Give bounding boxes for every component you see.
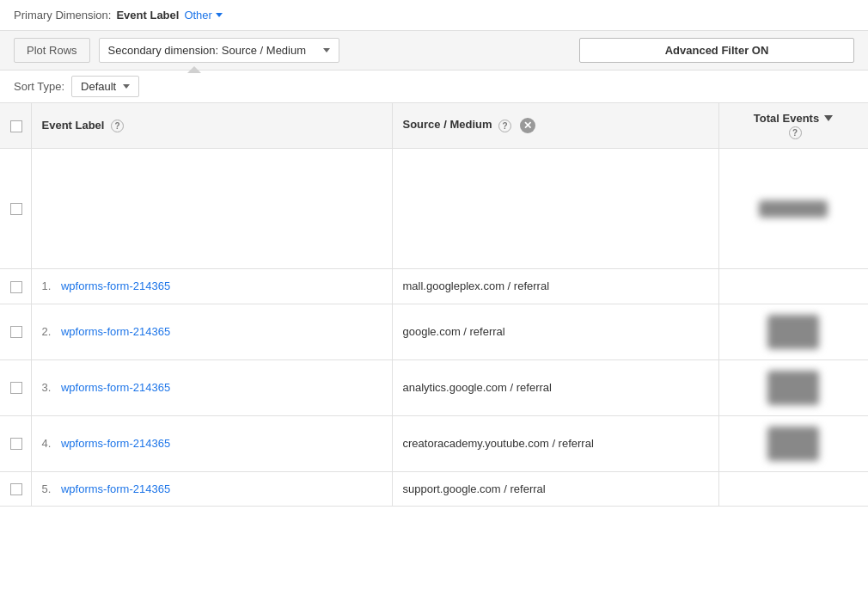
row-checkbox[interactable] xyxy=(10,438,22,450)
row-checkbox-cell xyxy=(0,149,31,269)
blurred-total-events xyxy=(767,371,819,405)
toolbar-row: Plot Rows Secondary dimension: Source / … xyxy=(0,31,868,71)
table-wrapper: Event Label ? Source / Medium ? ✕ Total … xyxy=(0,103,868,580)
event-label-cell: 3. wpforms-form-214365 xyxy=(31,359,392,415)
source-medium-help-icon[interactable]: ? xyxy=(498,120,511,132)
total-events-cell xyxy=(718,415,868,471)
row-number: 5. xyxy=(42,482,52,495)
row-checkbox[interactable] xyxy=(10,382,22,394)
total-events-cell xyxy=(718,149,868,269)
triangle-indicator xyxy=(187,66,201,73)
row-checkbox-cell xyxy=(0,304,31,359)
checkbox-header xyxy=(0,103,31,149)
blurred-total-events xyxy=(759,200,828,218)
source-medium-cell: support.google.com / referral xyxy=(392,471,718,507)
total-events-cell xyxy=(718,304,868,359)
advanced-filter-button[interactable]: Advanced Filter ON xyxy=(579,38,854,63)
total-events-sort-icon[interactable] xyxy=(824,115,833,121)
table-row xyxy=(0,149,868,269)
event-label-link[interactable]: wpforms-form-214365 xyxy=(61,482,170,495)
row-checkbox[interactable] xyxy=(10,483,22,495)
table-row: 1. wpforms-form-214365 mall.googleplex.c… xyxy=(0,269,868,304)
plot-rows-button[interactable]: Plot Rows xyxy=(14,38,90,63)
total-events-sort-row: Total Events xyxy=(754,112,833,125)
event-label-link[interactable]: wpforms-form-214365 xyxy=(61,437,170,450)
source-medium-cell: creatoracademy.youtube.com / referral xyxy=(392,415,718,471)
table-row: 5. wpforms-form-214365 support.google.co… xyxy=(0,471,868,507)
row-number: 3. xyxy=(42,381,52,394)
other-chevron-icon xyxy=(216,13,223,17)
table-header-row: Event Label ? Source / Medium ? ✕ Total … xyxy=(0,103,868,149)
event-label-cell: 5. wpforms-form-214365 xyxy=(31,471,392,507)
row-checkbox-cell xyxy=(0,471,31,507)
blurred-total-events xyxy=(767,427,819,461)
sort-row: Sort Type: Default xyxy=(0,71,868,103)
source-medium-cell: google.com / referral xyxy=(392,304,718,359)
primary-dimension-bar: Primary Dimension: Event Label Other xyxy=(0,0,868,31)
sort-dropdown-icon xyxy=(123,84,130,89)
other-link-label: Other xyxy=(184,9,212,22)
source-medium-cell xyxy=(392,149,718,269)
table-row: 3. wpforms-form-214365 analytics.google.… xyxy=(0,359,868,415)
data-table: Event Label ? Source / Medium ? ✕ Total … xyxy=(0,103,868,507)
header-checkbox[interactable] xyxy=(10,120,22,132)
row-checkbox-cell xyxy=(0,415,31,471)
primary-dim-value: Event Label xyxy=(116,9,179,22)
total-events-cell xyxy=(718,359,868,415)
row-number: 2. xyxy=(42,325,52,338)
row-checkbox[interactable] xyxy=(10,281,22,293)
event-label-link[interactable]: wpforms-form-214365 xyxy=(61,325,170,338)
table-row: 2. wpforms-form-214365 google.com / refe… xyxy=(0,304,868,359)
event-label-header: Event Label ? xyxy=(31,103,392,149)
source-medium-header: Source / Medium ? ✕ xyxy=(392,103,718,149)
sort-select[interactable]: Default xyxy=(71,76,139,97)
blurred-total-events xyxy=(767,315,819,349)
other-link[interactable]: Other xyxy=(184,9,223,22)
event-label-link[interactable]: wpforms-form-214365 xyxy=(61,280,170,292)
primary-dim-label: Primary Dimension: xyxy=(14,9,111,22)
event-label-cell: 1. wpforms-form-214365 xyxy=(31,269,392,304)
row-number: 1. xyxy=(42,280,52,292)
row-checkbox-cell xyxy=(0,269,31,304)
event-label-cell: 2. wpforms-form-214365 xyxy=(31,304,392,359)
sort-type-label: Sort Type: xyxy=(14,80,64,93)
event-label-header-text: Event Label xyxy=(42,119,105,132)
source-medium-cell: mall.googleplex.com / referral xyxy=(392,269,718,304)
secondary-dim-label: Secondary dimension: Source / Medium xyxy=(108,44,307,57)
source-medium-header-text: Source / Medium xyxy=(403,118,492,131)
source-medium-remove-icon[interactable]: ✕ xyxy=(520,118,535,133)
sort-default-label: Default xyxy=(81,80,116,93)
row-checkbox-cell xyxy=(0,359,31,415)
total-events-header-content: Total Events ? xyxy=(730,112,858,139)
event-label-cell xyxy=(31,149,392,269)
event-label-help-icon[interactable]: ? xyxy=(111,120,124,132)
total-events-header-text: Total Events xyxy=(754,112,819,125)
event-label-cell: 4. wpforms-form-214365 xyxy=(31,415,392,471)
source-medium-cell: analytics.google.com / referral xyxy=(392,359,718,415)
row-number: 4. xyxy=(42,437,52,450)
secondary-dim-dropdown-icon xyxy=(323,48,330,52)
total-events-header: Total Events ? xyxy=(718,103,868,149)
event-label-link[interactable]: wpforms-form-214365 xyxy=(61,381,170,394)
total-events-cell xyxy=(718,269,868,304)
row-checkbox[interactable] xyxy=(10,326,22,338)
row-checkbox[interactable] xyxy=(10,203,22,215)
total-events-cell xyxy=(718,471,868,507)
table-row: 4. wpforms-form-214365 creatoracademy.yo… xyxy=(0,415,868,471)
total-events-help-icon[interactable]: ? xyxy=(789,126,802,139)
secondary-dimension-select[interactable]: Secondary dimension: Source / Medium xyxy=(99,38,339,63)
